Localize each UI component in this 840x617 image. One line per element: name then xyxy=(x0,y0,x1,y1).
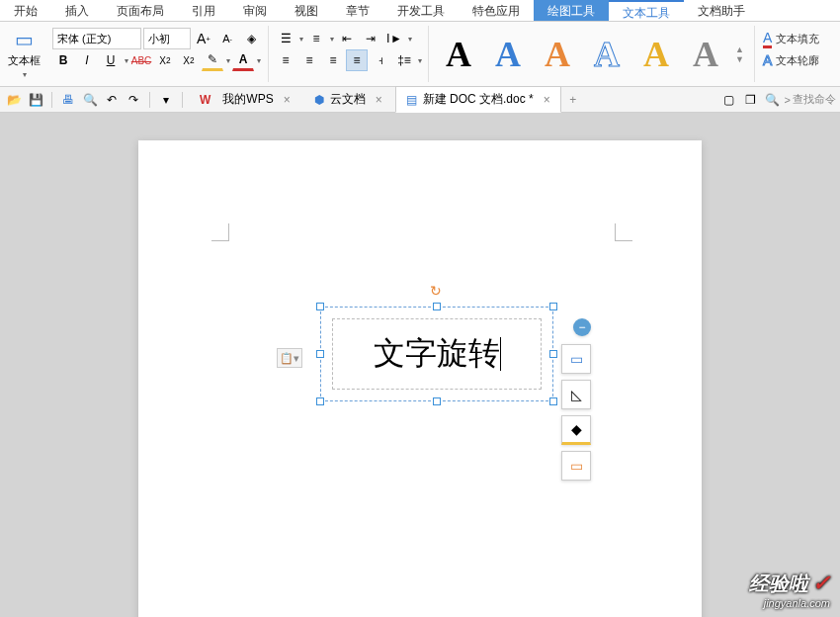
text-fill-button[interactable]: A 文本填充 xyxy=(763,30,819,48)
tab-layout[interactable]: 页面布局 xyxy=(103,0,178,21)
wordart-style-4[interactable]: A xyxy=(583,31,630,78)
font-color-button[interactable]: A xyxy=(232,49,254,71)
shape-outline-button[interactable]: ◆ xyxy=(561,415,591,445)
tab-section[interactable]: 章节 xyxy=(332,0,383,21)
tab-special[interactable]: 特色应用 xyxy=(459,0,534,21)
close-icon[interactable]: × xyxy=(284,93,291,107)
font-size-select[interactable] xyxy=(143,28,191,49)
textbox-text[interactable]: 文字旋转 xyxy=(374,332,500,376)
underline-button[interactable]: U xyxy=(100,49,122,71)
tab-insert[interactable]: 插入 xyxy=(51,0,103,21)
resize-handle-mr[interactable] xyxy=(549,350,557,358)
resize-handle-br[interactable] xyxy=(549,397,557,405)
align-justify-button[interactable]: ≡ xyxy=(346,49,368,71)
restore-icon[interactable]: ❐ xyxy=(741,90,761,110)
textbox-button[interactable]: ▭ 文本框 ▾ xyxy=(2,26,46,82)
clear-format-button[interactable]: ◈ xyxy=(240,28,262,49)
wordart-style-2[interactable]: A xyxy=(484,31,532,78)
resize-handle-tl[interactable] xyxy=(316,303,324,310)
highlight-button[interactable]: ✎ xyxy=(202,49,223,71)
resize-handle-tr[interactable] xyxy=(549,303,557,310)
tab-dochelper[interactable]: 文档助手 xyxy=(684,0,759,21)
search-hint[interactable]: > xyxy=(785,94,791,106)
line-spacing-button[interactable]: ‡≡ xyxy=(393,49,415,71)
dropdown-arrow-icon[interactable]: ▾ xyxy=(299,35,303,44)
wordart-style-6[interactable]: A xyxy=(682,31,729,78)
font-group: A+ A- ◈ B I U ▾ ABC X2 X2 ✎ ▾ A ▾ xyxy=(46,26,269,82)
selected-textbox[interactable]: ↻ 文字旋转 xyxy=(328,314,546,394)
superscript-button[interactable]: X2 xyxy=(154,49,176,71)
tab-view[interactable]: 视图 xyxy=(281,0,332,21)
wordart-style-3[interactable]: A xyxy=(534,31,581,78)
resize-handle-bl[interactable] xyxy=(316,397,324,405)
wordart-style-1[interactable]: A xyxy=(435,31,482,78)
decrease-indent-button[interactable]: ⇤ xyxy=(336,28,358,49)
tab-reference[interactable]: 引用 xyxy=(178,0,229,21)
tab-texttools[interactable]: 文本工具 xyxy=(609,0,684,21)
doc-tab-mywps[interactable]: W 我的WPS × xyxy=(189,86,301,113)
watermark-url: jingyanla.com xyxy=(749,597,830,609)
undo-icon[interactable]: ↶ xyxy=(102,90,122,110)
align-right-button[interactable]: ≡ xyxy=(322,49,344,71)
resize-handle-ml[interactable] xyxy=(316,350,324,358)
tab-review[interactable]: 审阅 xyxy=(229,0,281,21)
more-icon[interactable]: ▾ xyxy=(156,90,176,110)
bold-button[interactable]: B xyxy=(52,49,74,71)
text-outline-button[interactable]: A 文本轮廓 xyxy=(763,52,819,68)
dropdown-arrow-icon[interactable]: ▾ xyxy=(330,35,334,44)
subscript-button[interactable]: X2 xyxy=(178,49,200,71)
close-icon[interactable]: × xyxy=(544,93,550,107)
window-icon[interactable]: ▢ xyxy=(719,90,739,110)
tab-devtools[interactable]: 开发工具 xyxy=(383,0,459,21)
align-left-button[interactable]: ≡ xyxy=(275,49,296,71)
dropdown-arrow-icon[interactable]: ▾ xyxy=(257,56,261,65)
search-icon[interactable]: 🔍 xyxy=(763,90,783,110)
tab-drawtools[interactable]: 绘图工具 xyxy=(534,0,609,21)
collapse-button[interactable]: − xyxy=(573,318,591,336)
doc-tab-cloud[interactable]: ⬢ 云文档 × xyxy=(303,86,393,113)
resize-handle-tm[interactable] xyxy=(433,303,441,310)
decrease-font-button[interactable]: A- xyxy=(216,28,238,49)
close-icon[interactable]: × xyxy=(376,93,382,107)
dropdown-arrow-icon[interactable]: ▾ xyxy=(408,35,412,44)
numbered-list-button[interactable]: ≡ xyxy=(305,28,327,49)
tab-start[interactable]: 开始 xyxy=(0,0,51,21)
ribbon: ▭ 文本框 ▾ A+ A- ◈ B I U ▾ ABC X2 X2 ✎ ▾ A … xyxy=(0,22,840,87)
align-center-button[interactable]: ≡ xyxy=(298,49,320,71)
redo-icon[interactable]: ↷ xyxy=(124,90,143,110)
quick-access-bar: 📂 💾 🖶 🔍 ↶ ↷ ▾ W 我的WPS × ⬢ 云文档 × ▤ 新建 DOC… xyxy=(0,87,840,113)
divider xyxy=(149,92,150,108)
wordart-style-5[interactable]: A xyxy=(632,31,680,78)
open-icon[interactable]: 📂 xyxy=(4,90,24,110)
text-direction-button[interactable]: Ⅰ► xyxy=(383,28,405,49)
new-tab-button[interactable]: + xyxy=(563,90,583,110)
distribute-button[interactable]: ⫞ xyxy=(370,49,391,71)
italic-button[interactable]: I xyxy=(76,49,98,71)
bullet-list-button[interactable]: ☰ xyxy=(275,28,296,49)
floating-toolbar: − ▭ ◺ ◆ ▭ xyxy=(561,318,591,481)
resize-handle-bm[interactable] xyxy=(433,397,441,405)
wordart-more[interactable]: ▲▼ xyxy=(731,44,748,64)
dropdown-arrow-icon[interactable]: ▾ xyxy=(226,56,230,65)
print-icon[interactable]: 🖶 xyxy=(58,90,78,110)
shape-effects-button[interactable]: ▭ xyxy=(561,451,591,481)
shape-fill-button[interactable]: ◺ xyxy=(561,380,591,409)
layout-options-button[interactable]: ▭ xyxy=(561,344,591,374)
text-fill-icon: A xyxy=(763,30,772,48)
page[interactable]: 📋▾ ↻ 文字旋转 − ▭ ◺ ◆ ▭ xyxy=(138,140,702,617)
save-icon[interactable]: 💾 xyxy=(26,90,45,110)
watermark-title: 经验啦 xyxy=(749,573,808,594)
dropdown-arrow-icon[interactable]: ▾ xyxy=(125,56,128,65)
main-tabs: 开始 插入 页面布局 引用 审阅 视图 章节 开发工具 特色应用 绘图工具 文本… xyxy=(0,0,840,22)
increase-indent-button[interactable]: ⇥ xyxy=(360,28,381,49)
font-name-select[interactable] xyxy=(52,28,141,49)
dropdown-arrow-icon[interactable]: ▾ xyxy=(418,56,422,65)
dropdown-arrow-icon: ▾ xyxy=(23,70,27,79)
strikethrough-button[interactable]: ABC xyxy=(130,49,152,71)
increase-font-button[interactable]: A+ xyxy=(193,28,214,49)
textbox-inner[interactable]: 文字旋转 xyxy=(332,318,542,390)
doc-tab-newdoc[interactable]: ▤ 新建 DOC 文档.doc * × xyxy=(395,86,561,113)
paste-options-button[interactable]: 📋▾ xyxy=(277,348,302,368)
rotate-handle-icon[interactable]: ↻ xyxy=(430,283,444,297)
preview-icon[interactable]: 🔍 xyxy=(80,90,100,110)
